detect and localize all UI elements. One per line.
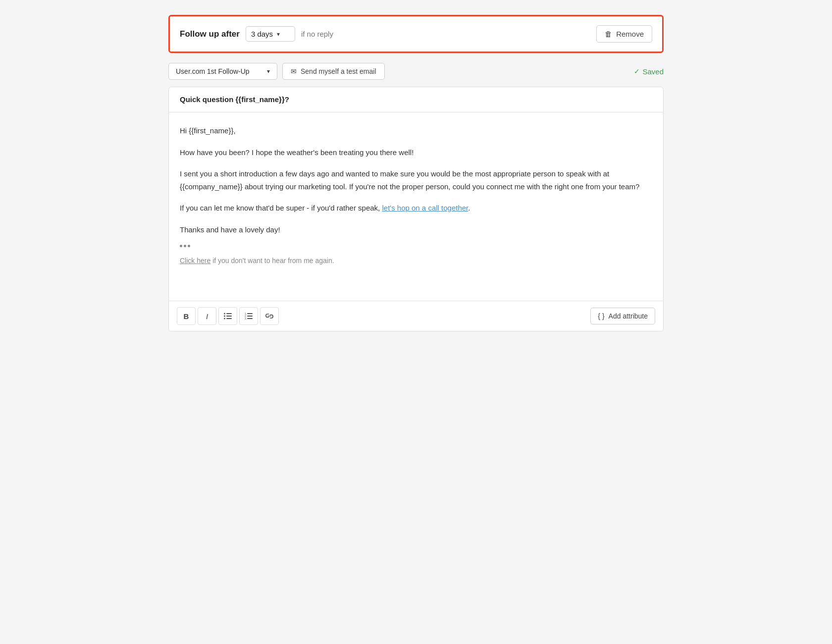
template-select[interactable]: User.com 1st Follow-Up ▾ bbox=[168, 63, 277, 80]
email-para3-suffix: . bbox=[468, 204, 470, 212]
saved-label: Saved bbox=[642, 67, 664, 76]
email-closing: Thanks and have a lovely day! bbox=[180, 223, 652, 236]
svg-point-0 bbox=[224, 313, 225, 315]
add-attribute-label: Add attribute bbox=[609, 312, 648, 320]
followup-label: Follow up after bbox=[180, 29, 240, 39]
call-together-link[interactable]: let's hop on a call together bbox=[382, 204, 468, 212]
svg-rect-11 bbox=[247, 318, 253, 319]
email-card: Quick question {{first_name}}? Hi {{firs… bbox=[168, 87, 664, 331]
envelope-icon: ✉ bbox=[291, 67, 297, 75]
link-icon bbox=[265, 313, 273, 320]
email-greeting: Hi {{first_name}}, bbox=[180, 124, 652, 137]
svg-point-4 bbox=[224, 318, 225, 320]
email-para3-prefix: If you can let me know that'd be super -… bbox=[180, 204, 382, 212]
unsubscribe-suffix: if you don't want to hear from me again. bbox=[210, 257, 334, 265]
format-buttons: B I 1. 2. bbox=[177, 307, 279, 325]
trash-icon: 🗑 bbox=[605, 30, 612, 38]
unsubscribe-row: Click here if you don't want to hear fro… bbox=[180, 254, 652, 267]
if-no-reply-label: if no reply bbox=[301, 30, 333, 38]
ul-icon bbox=[224, 313, 232, 320]
ordered-list-button[interactable]: 1. 2. 3. bbox=[239, 307, 258, 325]
email-body[interactable]: Hi {{first_name}}, How have you been? I … bbox=[169, 112, 663, 301]
email-para1: How have you been? I hope the weather's … bbox=[180, 146, 652, 159]
format-toolbar: B I 1. 2. bbox=[169, 301, 663, 331]
remove-label: Remove bbox=[616, 30, 644, 38]
days-select-value: 3 days bbox=[251, 30, 273, 38]
ol-icon: 1. 2. 3. bbox=[245, 313, 253, 320]
svg-text:3.: 3. bbox=[245, 317, 247, 320]
email-para2: I sent you a short introduction a few da… bbox=[180, 167, 652, 193]
dot-3 bbox=[188, 245, 190, 247]
test-email-button[interactable]: ✉ Send myself a test email bbox=[282, 63, 385, 80]
template-select-value: User.com 1st Follow-Up bbox=[176, 67, 262, 75]
followup-left: Follow up after 3 days ▾ if no reply bbox=[180, 26, 333, 42]
check-icon: ✓ bbox=[634, 67, 640, 75]
dot-2 bbox=[184, 245, 186, 247]
remove-button[interactable]: 🗑 Remove bbox=[596, 25, 652, 43]
days-select[interactable]: 3 days ▾ bbox=[246, 26, 295, 42]
toolbar-row: User.com 1st Follow-Up ▾ ✉ Send myself a… bbox=[168, 63, 664, 80]
unsubscribe-link[interactable]: Click here bbox=[180, 257, 210, 265]
saved-status: ✓ Saved bbox=[634, 67, 664, 76]
ellipsis-row bbox=[180, 245, 652, 247]
svg-rect-9 bbox=[247, 316, 253, 317]
svg-rect-3 bbox=[226, 316, 232, 317]
toolbar-left: User.com 1st Follow-Up ▾ ✉ Send myself a… bbox=[168, 63, 385, 80]
email-subject: Quick question {{first_name}}? bbox=[180, 95, 289, 104]
followup-header: Follow up after 3 days ▾ if no reply 🗑 R… bbox=[168, 15, 664, 53]
link-button[interactable] bbox=[260, 307, 279, 325]
svg-rect-5 bbox=[226, 318, 232, 319]
chevron-down-icon: ▾ bbox=[277, 31, 280, 38]
subject-row[interactable]: Quick question {{first_name}}? bbox=[169, 87, 663, 112]
template-chevron-icon: ▾ bbox=[267, 68, 270, 75]
italic-button[interactable]: I bbox=[198, 307, 216, 325]
svg-point-2 bbox=[224, 316, 225, 317]
bold-button[interactable]: B bbox=[177, 307, 196, 325]
svg-rect-1 bbox=[226, 313, 232, 314]
curly-braces-icon: { } bbox=[598, 312, 604, 320]
unordered-list-button[interactable] bbox=[218, 307, 237, 325]
add-attribute-button[interactable]: { } Add attribute bbox=[590, 308, 655, 324]
test-email-label: Send myself a test email bbox=[301, 67, 376, 75]
email-para3: If you can let me know that'd be super -… bbox=[180, 202, 652, 215]
page-wrapper: Follow up after 3 days ▾ if no reply 🗑 R… bbox=[168, 15, 664, 331]
dot-1 bbox=[180, 245, 182, 247]
svg-rect-7 bbox=[247, 313, 253, 314]
